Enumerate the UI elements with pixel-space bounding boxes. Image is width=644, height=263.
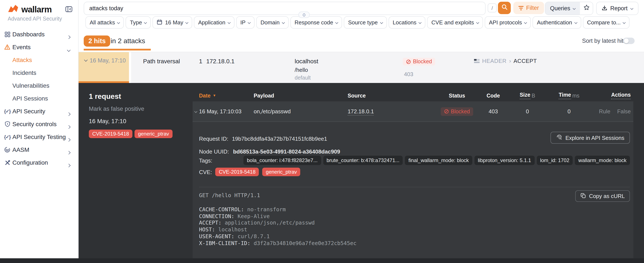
blocked-icon (406, 59, 411, 64)
request-source-link[interactable]: 172.18.0.1 (348, 108, 374, 115)
cve-badge[interactable]: CVE-2019-5418 (216, 168, 259, 176)
sidebar-item-incidents[interactable]: Incidents (0, 66, 78, 79)
chevron-right-icon (68, 161, 70, 168)
chevron-down-icon (380, 21, 383, 24)
filter-chip-cve-exploits[interactable]: CVE and exploits (427, 16, 483, 29)
main-area: / Filter Queries Report (78, 0, 644, 263)
chevron-down-icon (418, 21, 422, 24)
column-payload[interactable]: Payload (254, 93, 348, 99)
request-details: 16 May, 17:10:03 on,/etc/passwd 172.18.0… (192, 101, 633, 263)
report-button[interactable]: Report (596, 2, 638, 15)
attack-param-point: HEADER › ACCEPT (474, 58, 537, 64)
request-count: 1 request (89, 92, 187, 101)
tag-chip[interactable]: final_wallarm_mode: block (405, 156, 472, 165)
false-action-link[interactable]: False (617, 108, 631, 115)
filter-button[interactable]: Filter (513, 2, 544, 14)
chevron-down-icon[interactable] (194, 110, 197, 113)
sidebar-item-api-sessions[interactable]: API Sessions (0, 92, 78, 105)
filter-chip-api-protocols[interactable]: API protocols (485, 16, 531, 29)
rule-action-link[interactable]: Rule (599, 108, 610, 115)
hits-count-badge: 2 hits (84, 36, 110, 47)
sidebar-item-dashboards[interactable]: Dashboards (0, 28, 78, 41)
copy-curl-label: Copy as cURL (589, 193, 625, 199)
search-input[interactable] (84, 2, 485, 15)
queries-control: Queries (545, 2, 594, 15)
attack-date-cell[interactable]: 16 May, 17:10 (78, 52, 131, 83)
column-time[interactable]: Timems (547, 92, 592, 99)
sidebar-item-attacks[interactable]: Attacks (0, 54, 78, 66)
tag-chip[interactable]: libproton_version: 5.1.1 (474, 156, 535, 165)
mark-false-positive-link[interactable]: Mark as false positive (89, 106, 187, 112)
chip-label: Locations (393, 19, 416, 26)
sidebar-item-vulnerabilities[interactable]: Vulnerabilities (0, 79, 78, 92)
sort-toggle[interactable] (623, 38, 634, 44)
column-source[interactable]: Source (348, 93, 436, 99)
chevron-right-icon (68, 33, 70, 40)
column-code[interactable]: Code (478, 93, 508, 99)
node-uuid-value: bd68513a-5e03-4991-8024-a36408dac909 (233, 148, 340, 155)
calendar-icon (157, 19, 162, 26)
filter-chip-ip[interactable]: IP (236, 16, 254, 29)
sidebar-item-configuration[interactable]: Configuration (0, 156, 78, 169)
http-header-row: ACCEPT: application/json,/etc/passwd (199, 220, 356, 226)
sidebar-collapse-icon[interactable] (65, 6, 72, 13)
queries-dropdown[interactable]: Queries (545, 2, 580, 15)
filter-chip-compare-to[interactable]: Compare to... (583, 16, 630, 29)
sidebar-item-label: Configuration (12, 159, 48, 166)
blocked-badge: Blocked (403, 58, 436, 65)
http-header-row: CONNECTION: Keep-Alive (199, 213, 356, 220)
filter-chip-application[interactable]: Application (194, 16, 234, 29)
filter-chip-response-code[interactable]: Response code (290, 16, 342, 29)
tags-label: Tags: (199, 157, 212, 164)
filter-chip-source-type[interactable]: Source type (344, 16, 387, 29)
cve-badge[interactable]: CVE-2019-5418 (89, 130, 132, 138)
attack-hit-count: 1 (199, 58, 202, 65)
filter-chip-domain[interactable]: Domain (256, 16, 289, 29)
sort-desc-icon: ▼ (213, 94, 216, 98)
request-row[interactable]: 16 May, 17:10:03 on,/etc/passwd 172.18.0… (192, 101, 633, 122)
copy-icon (580, 193, 586, 199)
tag-chip[interactable]: brute_counter: b:478:a732471... (323, 156, 403, 165)
column-size[interactable]: SizeB (508, 92, 547, 99)
copy-as-curl-button[interactable]: Copy as cURL (575, 190, 630, 202)
attack-row[interactable]: 16 May, 17:10 Path traversal 1 172.18.0.… (78, 52, 644, 83)
grid-icon (4, 31, 10, 37)
filter-chip-type[interactable]: Type (126, 16, 151, 29)
wallarm-console: wallarm Advanced API Security Dashboards… (0, 0, 644, 263)
filter-chip-date[interactable]: 16 May (153, 16, 192, 29)
filter-chip-authentication[interactable]: Authentication (532, 16, 581, 29)
favorite-star-button[interactable] (580, 2, 593, 15)
chip-label: All attacks (90, 19, 115, 26)
explore-api-sessions-button[interactable]: Explore in API Sessions (550, 132, 630, 144)
tag-chip[interactable]: wallarm_mode: block (575, 156, 630, 165)
sidebar-item-events[interactable]: Events (0, 41, 78, 54)
sidebar-item-api-security[interactable]: {✓} API Security (0, 105, 78, 118)
sidebar-item-aasm[interactable]: AASM (0, 143, 78, 156)
sidebar-item-security-controls[interactable]: Security controls (0, 118, 78, 130)
column-status[interactable]: Status (436, 93, 478, 99)
brand-subtitle: Advanced API Security (0, 15, 78, 22)
sidebar-item-label: Incidents (12, 69, 36, 76)
http-request-block: GET /hello HTTP/1.1 CACHE-CONTROL: no-tr… (199, 192, 356, 246)
sidebar-item-label: Vulnerabilities (12, 82, 49, 89)
tag-chips: bola_counter: i:478:f82823e7... brute_co… (244, 156, 630, 165)
blocked-badge: Blocked (441, 107, 474, 116)
tag-chip[interactable]: lom_id: 1702 (536, 156, 573, 165)
collapse-filters-button[interactable] (298, 12, 310, 18)
search-button[interactable] (498, 2, 511, 14)
node-uuid-label: Node UUID: (199, 148, 229, 155)
attack-date: 16 May, 17:10 (90, 57, 126, 64)
sidebar-item-label: Security controls (12, 121, 56, 127)
filter-chip-all-attacks[interactable]: All attacks (86, 16, 124, 29)
bottom-edge-bar (0, 258, 644, 263)
cve-badge[interactable]: generic_ptrav (134, 130, 172, 138)
cve-badge[interactable]: generic_ptrav (262, 168, 300, 176)
column-actions[interactable]: Actions (592, 92, 633, 99)
chevron-down-icon (335, 21, 338, 24)
header-location-icon (474, 59, 480, 63)
sidebar-item-api-security-testing[interactable]: {✓} API Security Testing (0, 130, 78, 143)
filter-chip-locations[interactable]: Locations (388, 16, 425, 29)
column-date[interactable]: Date▼ (199, 93, 254, 99)
tag-chip[interactable]: bola_counter: i:478:f82823e7... (244, 156, 321, 165)
detail-date: 16 May, 17:10 (89, 118, 187, 124)
